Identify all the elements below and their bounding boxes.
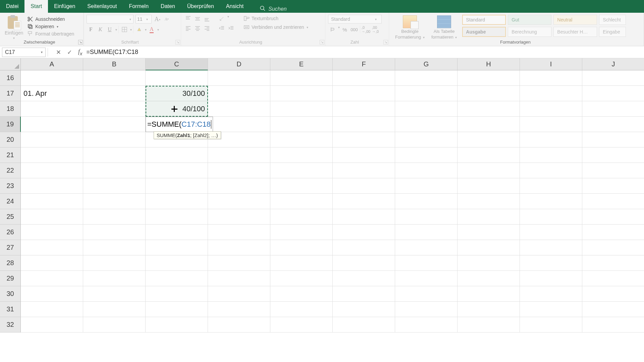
cell-C30[interactable] [146,286,208,302]
cell-H21[interactable] [458,147,520,163]
decrease-decimal-button[interactable]: ,00→,0 [371,25,380,34]
cell-J24[interactable] [582,194,644,209]
cell-E22[interactable] [270,163,333,178]
align-center-button[interactable] [193,24,202,32]
cell-style-besuchter[interactable]: Besuchter H… [553,27,597,37]
cell-D24[interactable] [208,194,270,209]
cell-C31[interactable] [146,302,208,317]
chevron-down-icon[interactable]: ▾ [373,17,379,21]
cell-C25[interactable] [146,209,208,225]
cell-C29[interactable] [146,271,208,286]
cell-E27[interactable] [270,240,333,255]
cell-H29[interactable] [458,271,520,286]
row-header-31[interactable]: 31 [0,302,21,317]
cell-style-eingabe[interactable]: Eingabe [599,27,626,37]
row-header-23[interactable]: 23 [0,178,21,194]
cell-G27[interactable] [395,240,458,255]
dialog-launcher-icon[interactable]: ↘ [175,40,180,45]
cell-E16[interactable] [270,70,333,86]
row-header-16[interactable]: 16 [0,70,21,86]
cell-J17[interactable] [582,86,644,101]
paste-button[interactable]: Einfügen ▾ [3,15,25,41]
chevron-down-icon[interactable]: ▾ [227,15,229,23]
search-box[interactable]: Suchen [260,5,286,13]
cell-F16[interactable] [333,70,395,86]
cell-G23[interactable] [395,178,458,194]
cell-G26[interactable] [395,225,458,240]
dialog-launcher-icon[interactable]: ↘ [320,40,324,45]
cell-E31[interactable] [270,302,333,317]
cell-J25[interactable] [582,209,644,225]
align-right-button[interactable] [203,24,211,32]
tab-start[interactable]: Start [24,0,48,13]
row-header-20[interactable]: 20 [0,132,21,147]
borders-button[interactable] [120,25,129,34]
chevron-down-icon[interactable]: ▾ [145,28,147,32]
align-bottom-button[interactable] [203,15,211,23]
cell-I28[interactable] [520,255,582,271]
cell-D18[interactable] [208,101,270,117]
row-header-22[interactable]: 22 [0,163,21,178]
column-header-G[interactable]: G [395,58,458,70]
cell-G25[interactable] [395,209,458,225]
cell-I24[interactable] [520,194,582,209]
chevron-down-icon[interactable]: ▾ [130,28,132,32]
cell-B30[interactable] [83,286,146,302]
cell-B32[interactable] [83,317,146,333]
cell-F22[interactable] [333,163,395,178]
cell-G21[interactable] [395,147,458,163]
tab-daten[interactable]: Daten [155,0,181,13]
chevron-down-icon[interactable]: ▾ [57,25,58,28]
chevron-down-icon[interactable]: ▾ [307,25,308,29]
cell-F18[interactable] [333,101,395,117]
cell-I21[interactable] [520,147,582,163]
cell-I16[interactable] [520,70,582,86]
cell-D17[interactable] [208,86,270,101]
cell-B25[interactable] [83,209,146,225]
row-header-18[interactable]: 18 [0,101,21,117]
cell-G30[interactable] [395,286,458,302]
chevron-down-icon[interactable]: ▾ [115,28,117,32]
cell-F23[interactable] [333,178,395,194]
cell-A32[interactable] [21,317,83,333]
tab-einfuegen[interactable]: Einfügen [48,0,81,13]
cell-D25[interactable] [208,209,270,225]
cell-G17[interactable] [395,86,458,101]
conditional-formatting-button[interactable]: Bedingte Formatierung ▾ [392,15,428,40]
tab-formeln[interactable]: Formeln [123,0,155,13]
cell-F32[interactable] [333,317,395,333]
cut-button[interactable]: Ausschneiden [27,16,74,22]
chevron-down-icon[interactable]: ▾ [157,28,159,32]
align-left-button[interactable] [184,24,193,32]
cell-D19[interactable] [208,117,270,132]
cell-H27[interactable] [458,240,520,255]
cell-editor[interactable]: =SUMME(C17:C18 [146,117,213,132]
cell-I22[interactable] [520,163,582,178]
bold-button[interactable]: F [87,25,95,34]
cell-A31[interactable] [21,302,83,317]
cell-I27[interactable] [520,240,582,255]
cell-A30[interactable] [21,286,83,302]
column-header-F[interactable]: F [333,58,395,70]
cell-I29[interactable] [520,271,582,286]
cell-G31[interactable] [395,302,458,317]
row-header-32[interactable]: 32 [0,317,21,333]
row-header-24[interactable]: 24 [0,194,21,209]
align-top-button[interactable] [184,15,193,23]
cell-C21[interactable] [146,147,208,163]
cell-I17[interactable] [520,86,582,101]
cell-H32[interactable] [458,317,520,333]
format-painter-button[interactable]: Format übertragen [27,31,74,37]
cell-C28[interactable] [146,255,208,271]
cell-D27[interactable] [208,240,270,255]
cell-F30[interactable] [333,286,395,302]
column-header-A[interactable]: A [21,58,83,70]
cell-H25[interactable] [458,209,520,225]
dialog-launcher-icon[interactable]: ↘ [78,40,83,45]
cell-C24[interactable] [146,194,208,209]
cell-style-berechnung[interactable]: Berechnung [508,27,551,37]
cell-G29[interactable] [395,271,458,286]
column-header-E[interactable]: E [270,58,333,70]
cell-A25[interactable] [21,209,83,225]
cell-H17[interactable] [458,86,520,101]
